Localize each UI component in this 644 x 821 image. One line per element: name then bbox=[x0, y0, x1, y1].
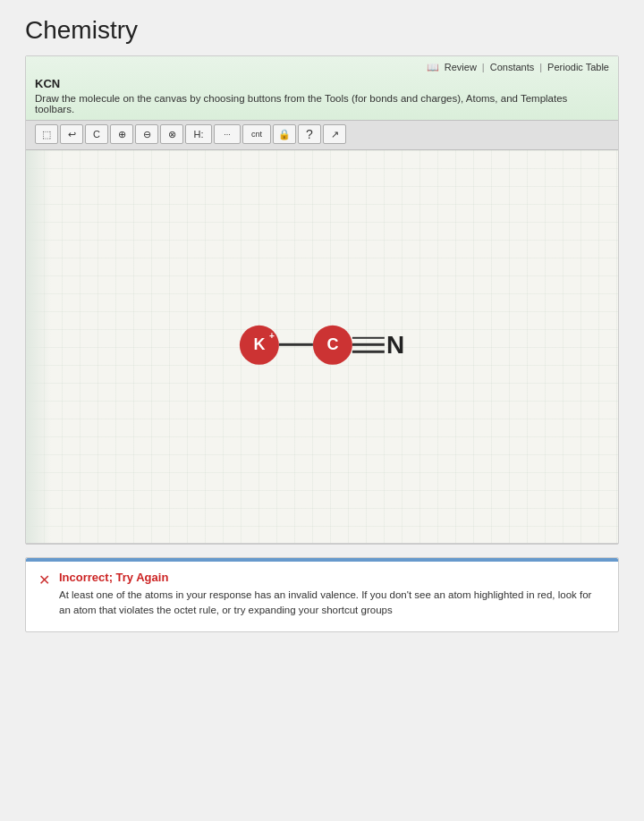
count-tool-button[interactable]: cnt bbox=[242, 124, 271, 144]
error-icon: ✕ bbox=[38, 571, 50, 588]
plus-charge-button[interactable]: ⊕ bbox=[110, 124, 133, 144]
feedback-body: At least one of the atoms in your respon… bbox=[59, 588, 606, 619]
separator-1: | bbox=[482, 62, 485, 73]
tool-buttons-row: ⬚ ↩ C ⊕ ⊖ ⊗ H: ··· cnt 🔒 ? ↗ bbox=[26, 120, 618, 149]
query-tool-button[interactable]: ? bbox=[298, 124, 321, 144]
minus-charge-button[interactable]: ⊖ bbox=[135, 124, 158, 144]
book-icon: 📖 bbox=[427, 62, 439, 73]
carbon-atom: C bbox=[313, 325, 352, 364]
erase-tool-button[interactable]: ⊗ bbox=[160, 124, 183, 144]
question-label: KCN bbox=[26, 75, 618, 92]
main-panel: 📖 Review | Constants | Periodic Table KC… bbox=[25, 55, 619, 545]
canvas-edge-decoration bbox=[26, 150, 51, 543]
toolbar-area: 📖 Review | Constants | Periodic Table KC… bbox=[26, 56, 618, 150]
constants-link[interactable]: Constants bbox=[490, 62, 535, 73]
k-label: K bbox=[253, 335, 265, 354]
hydrogen-tool-button[interactable]: H: bbox=[185, 124, 212, 144]
periodic-table-link[interactable]: Periodic Table bbox=[547, 62, 609, 73]
more-tool-button[interactable]: ··· bbox=[214, 124, 241, 144]
feedback-title: Incorrect; Try Again bbox=[59, 571, 606, 584]
feedback-content: ✕ Incorrect; Try Again At least one of t… bbox=[26, 562, 618, 631]
nitrogen-atom: N bbox=[385, 330, 404, 359]
arrow-tool-button[interactable]: ↗ bbox=[323, 124, 346, 144]
feedback-panel: ✕ Incorrect; Try Again At least one of t… bbox=[25, 557, 619, 632]
select-tool-button[interactable]: ⬚ bbox=[35, 124, 58, 144]
molecule-display: K + C N bbox=[240, 325, 404, 364]
feedback-text-block: Incorrect; Try Again At least one of the… bbox=[59, 571, 606, 619]
c-label: C bbox=[326, 335, 338, 354]
triple-bond-cn bbox=[352, 335, 385, 353]
separator-2: | bbox=[539, 62, 542, 73]
potassium-atom: K + bbox=[240, 325, 279, 364]
undo-tool-button[interactable]: ↩ bbox=[60, 124, 83, 144]
bond-line-1 bbox=[352, 336, 385, 339]
bond-line-3 bbox=[352, 351, 385, 353]
lock-tool-button[interactable]: 🔒 bbox=[273, 124, 296, 144]
question-instruction: Draw the molecule on the canvas by choos… bbox=[26, 92, 618, 120]
review-link[interactable]: Review bbox=[445, 62, 477, 73]
top-links-row: 📖 Review | Constants | Periodic Table bbox=[26, 56, 618, 75]
carbon-tool-button[interactable]: C bbox=[85, 124, 108, 144]
bond-line-2 bbox=[352, 343, 385, 346]
single-bond-kc bbox=[279, 343, 313, 346]
k-charge: + bbox=[269, 330, 275, 340]
drawing-canvas[interactable]: K + C N bbox=[26, 150, 618, 544]
page-title: Chemistry bbox=[0, 0, 644, 55]
